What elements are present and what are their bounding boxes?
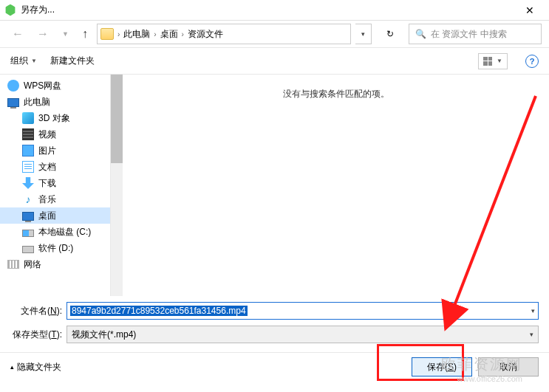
sidebar-item[interactable]: 网络 <box>0 256 110 272</box>
chevron-up-icon: ▴ <box>10 363 14 371</box>
sidebar-item-label: 软件 (D:) <box>38 242 73 255</box>
pc-icon <box>22 212 34 221</box>
recent-icon[interactable]: ▼ <box>58 30 73 38</box>
breadcrumb[interactable]: › 此电脑 › 桌面 › 资源文件 <box>97 24 351 44</box>
breadcrumb-dropdown[interactable]: ▾ <box>355 24 372 44</box>
caret-down-icon: ▼ <box>30 58 37 64</box>
chevron-down-icon[interactable]: ▾ <box>531 307 535 314</box>
chevron-down-icon[interactable]: ▾ <box>530 331 533 338</box>
sidebar-item[interactable]: ♪音乐 <box>0 191 110 207</box>
file-list: 没有与搜索条件匹配的项。 <box>123 75 549 296</box>
sidebar: WPS网盘此电脑3D 对象视频图片文档下载♪音乐桌面本地磁盘 (C:)软件 (D… <box>0 75 111 296</box>
sidebar-item-label: 图片 <box>38 145 56 157</box>
sidebar-item[interactable]: WPS网盘 <box>0 78 110 94</box>
back-icon[interactable]: ← <box>7 27 28 41</box>
caret-down-icon: ▼ <box>495 58 502 64</box>
sidebar-item[interactable]: 本地磁盘 (C:) <box>0 224 110 240</box>
pc-icon <box>7 98 19 107</box>
help-icon[interactable]: ? <box>525 55 539 68</box>
search-placeholder: 在 资源文件 中搜索 <box>431 28 507 41</box>
empty-message: 没有与搜索条件匹配的项。 <box>283 88 389 100</box>
filename-value: 8947a9b2d2771c89532ceb561fa31456.mp4 <box>70 306 248 316</box>
forward-icon: → <box>33 27 53 41</box>
sidebar-item-label: 3D 对象 <box>38 112 70 125</box>
sidebar-item-label: 视频 <box>38 128 56 141</box>
up-icon[interactable]: ↑ <box>78 27 92 41</box>
nav-row: ← → ▼ ↑ › 此电脑 › 桌面 › 资源文件 ▾ ↻ 🔍 在 资源文件 中… <box>0 21 549 47</box>
filetype-select[interactable]: 视频文件(*.mp4) ▾ <box>67 326 539 343</box>
filename-label: 文件名(N): <box>10 305 67 317</box>
filename-input[interactable]: 8947a9b2d2771c89532ceb561fa31456.mp4 ▾ <box>67 302 539 320</box>
bottom-panel: 文件名(N): 8947a9b2d2771c89532ceb561fa31456… <box>0 296 549 352</box>
sidebar-item[interactable]: 3D 对象 <box>0 110 110 126</box>
music-icon: ♪ <box>22 193 34 205</box>
sidebar-item[interactable]: 此电脑 <box>0 94 110 110</box>
breadcrumb-item[interactable]: 桌面 <box>160 28 178 41</box>
sidebar-item-label: 此电脑 <box>24 96 50 109</box>
vid-icon <box>22 128 34 140</box>
breadcrumb-item[interactable]: 此电脑 <box>123 28 150 41</box>
drv-icon <box>22 246 34 253</box>
dl-icon <box>22 177 34 189</box>
cancel-button[interactable]: 取消 <box>478 357 539 376</box>
new-folder-button[interactable]: 新建文件夹 <box>50 55 95 67</box>
search-input[interactable]: 🔍 在 资源文件 中搜索 <box>409 24 542 44</box>
sidebar-item[interactable]: 视频 <box>0 126 110 142</box>
chevron-right-icon[interactable]: › <box>115 30 122 38</box>
refresh-icon[interactable]: ↻ <box>379 24 401 44</box>
toolbar: 组织 ▼ 新建文件夹 ▼ ? <box>0 48 549 75</box>
body: WPS网盘此电脑3D 对象视频图片文档下载♪音乐桌面本地磁盘 (C:)软件 (D… <box>0 75 549 296</box>
app-icon <box>4 4 16 16</box>
organize-button[interactable]: 组织 ▼ <box>10 55 37 67</box>
footer: ▴ 隐藏文件夹 保存(S) 取消 <box>0 353 549 382</box>
breadcrumb-item[interactable]: 资源文件 <box>188 28 223 41</box>
folder-icon <box>100 28 114 40</box>
titlebar: 另存为... ✕ <box>0 0 549 21</box>
doc-icon <box>22 161 34 173</box>
drv-c-icon <box>22 230 34 237</box>
search-icon: 🔍 <box>415 29 426 39</box>
window-title: 另存为... <box>21 4 515 16</box>
chevron-right-icon[interactable]: › <box>180 30 186 38</box>
grid-icon <box>483 57 492 66</box>
net-icon <box>7 260 19 269</box>
view-mode-button[interactable]: ▼ <box>478 53 508 69</box>
sidebar-item-label: 网络 <box>24 258 41 271</box>
pic-icon <box>22 145 34 157</box>
sidebar-item[interactable]: 下载 <box>0 175 110 191</box>
scrollbar[interactable] <box>111 75 123 296</box>
hide-folders-button[interactable]: ▴ 隐藏文件夹 <box>10 361 412 374</box>
filetype-value: 视频文件(*.mp4) <box>72 329 136 341</box>
sidebar-item[interactable]: 图片 <box>0 142 110 159</box>
sidebar-item-label: 本地磁盘 (C:) <box>38 226 91 238</box>
sidebar-item-label: 下载 <box>38 177 56 190</box>
sidebar-item-label: WPS网盘 <box>24 80 61 92</box>
sidebar-item-label: 文档 <box>38 161 56 173</box>
sidebar-item-label: 桌面 <box>38 210 56 222</box>
sidebar-item[interactable]: 桌面 <box>0 207 110 224</box>
filetype-label: 保存类型(T): <box>10 329 67 341</box>
sidebar-item[interactable]: 软件 (D:) <box>0 240 110 256</box>
close-icon[interactable]: ✕ <box>515 4 545 16</box>
sidebar-item-label: 音乐 <box>38 193 56 206</box>
sidebar-item[interactable]: 文档 <box>0 159 110 175</box>
cloud-icon <box>7 80 19 92</box>
chevron-right-icon[interactable]: › <box>151 30 158 38</box>
3d-icon <box>22 112 34 124</box>
save-button[interactable]: 保存(S) <box>412 357 472 376</box>
